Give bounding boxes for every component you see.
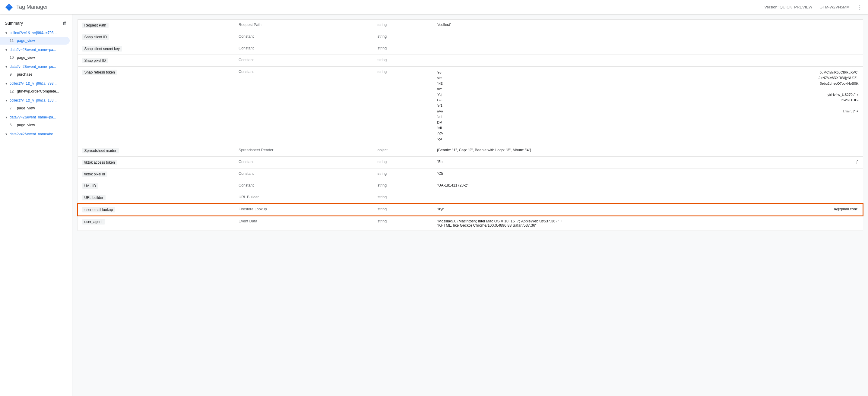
sidebar-item-page-view-7[interactable]: 7 page_view — [0, 104, 70, 112]
sidebar-group-header-7[interactable]: ▼ data?v=2&event_name=be... — [0, 130, 72, 138]
main-layout: Summary 🗑 ▼ collect?v=1&_v=j96&a=793... … — [0, 14, 868, 396]
logo-area: Tag Manager — [5, 3, 48, 11]
variable-value — [433, 31, 863, 43]
variable-type: URL Builder — [234, 192, 373, 204]
variable-data-type: string — [373, 204, 433, 216]
variable-value: "Mozilla/5.0 (Macintosh; Intel Mac OS X … — [433, 216, 863, 231]
value-right: a@gmail.com" — [834, 207, 858, 211]
variable-value: "UA-181411728-2" — [433, 180, 863, 192]
variable-type: Constant — [234, 157, 373, 168]
group2-label: data?v=2&event_name=pa... — [10, 47, 67, 52]
table-row: Request Path Request Path string "/colle… — [78, 20, 863, 31]
version-label: Version: QUICK_PREVIEW — [764, 5, 812, 9]
chevron-down-icon: ▼ — [5, 48, 8, 52]
variable-name-tag: user email lookup — [82, 207, 115, 212]
variable-value: "C5 — [433, 168, 863, 180]
table-row: user_agent Event Data string "Mozilla/5.… — [78, 216, 863, 231]
chevron-down-icon: ▼ — [5, 82, 8, 85]
sidebar-group-6: ▼ data?v=2&event_name=pa... 6 page_view — [0, 113, 72, 130]
item-label: purchase — [17, 72, 32, 76]
variable-value: "5b: ;" — [433, 157, 863, 168]
variables-table: Request Path Request Path string "/colle… — [77, 19, 863, 231]
sidebar-item-page-view-11[interactable]: 11 page_view — [0, 37, 70, 44]
sidebar-group-7: ▼ data?v=2&event_name=be... — [0, 130, 72, 139]
tag-manager-logo — [5, 3, 13, 11]
group3-label: data?v=2&event_name=pu... — [10, 65, 67, 69]
table-row: Snap pixel ID Constant string — [78, 55, 863, 67]
sidebar-group-3: ▼ data?v=2&event_name=pu... 9 purchase — [0, 62, 72, 79]
variable-type: Constant — [234, 67, 373, 145]
sidebar-group-5: ▼ collect?v=1&_v=j96&a=133... 7 page_vie… — [0, 96, 72, 113]
variable-value: "/collect" — [433, 20, 863, 31]
variable-type: Spreadsheet Reader — [234, 145, 373, 157]
item-number: 9 — [10, 72, 14, 76]
variable-name-tag: Snap client secret key — [82, 46, 122, 52]
variable-value: "iryn a@gmail.com" — [433, 204, 863, 216]
group6-label: data?v=2&event_name=pa... — [10, 115, 67, 119]
sidebar-item-page-view-10[interactable]: 10 page_view — [0, 54, 70, 62]
variable-data-type: string — [373, 180, 433, 192]
trash-icon[interactable]: 🗑 — [62, 21, 67, 26]
sidebar-group-header-1[interactable]: ▼ collect?v=1&_v=j96&a=793... — [0, 29, 72, 37]
sidebar-group-header-3[interactable]: ▼ data?v=2&event_name=pu... — [0, 63, 72, 70]
sidebar-item-gtm4wp-12[interactable]: 12 gtm4wp.orderComplete... — [0, 88, 70, 95]
table-row: Snap client secret key Constant string — [78, 43, 863, 55]
app-name: Tag Manager — [16, 4, 48, 10]
variable-type: Constant — [234, 168, 373, 180]
sidebar-group-2: ▼ data?v=2&event_name=pa... 10 page_view — [0, 45, 72, 62]
variable-name-tag: Snap pixel ID — [82, 58, 108, 63]
variable-value — [433, 43, 863, 55]
chevron-down-icon: ▼ — [5, 31, 8, 35]
sidebar-group-header-4[interactable]: ▼ collect?v=1&_v=j96&a=793... — [0, 79, 72, 88]
variable-type: Constant — [234, 31, 373, 43]
sidebar-title: Summary — [5, 21, 23, 26]
table-row: Snap client ID Constant string — [78, 31, 863, 43]
variable-name-tag: Snap refresh token — [82, 70, 117, 75]
variable-data-type: string — [373, 67, 433, 145]
app-header: Tag Manager Version: QUICK_PREVIEW GTM-W… — [0, 0, 868, 14]
more-menu-icon[interactable]: ⋮ — [857, 4, 863, 11]
sidebar-group-4: ▼ collect?v=1&_v=j96&a=793... 12 gtm4wp.… — [0, 79, 72, 96]
variable-type: Constant — [234, 55, 373, 67]
value-right: ;" — [856, 160, 859, 164]
sidebar: Summary 🗑 ▼ collect?v=1&_v=j96&a=793... … — [0, 14, 72, 396]
item-number: 6 — [10, 123, 14, 127]
sidebar-group-header-5[interactable]: ▼ collect?v=1&_v=j96&a=133... — [0, 96, 72, 104]
group5-label: collect?v=1&_v=j96&a=133... — [10, 98, 67, 102]
item-label: page_view — [17, 123, 35, 127]
item-number: 12 — [10, 89, 14, 93]
header-right: Version: QUICK_PREVIEW GTM-W2VN5MM ⋮ — [764, 4, 863, 11]
variable-name-tag: tiktok pixel id — [82, 171, 108, 177]
table-row: UA - ID Constant string "UA-181411728-2" — [78, 180, 863, 192]
variable-value: {Beanie: "1", Cap: "2", Beanie with Logo… — [433, 145, 863, 157]
sidebar-group-header-6[interactable]: ▼ data?v=2&event_name=pa... — [0, 113, 72, 121]
variable-name-tag: URL builder — [82, 195, 106, 200]
variable-name-tag: UA - ID — [82, 183, 99, 189]
variable-name-tag: Spreadsheet reader — [82, 148, 119, 154]
variable-name-tag: Snap client ID — [82, 34, 110, 40]
table-row-highlighted: user email lookup Firestore Lookup strin… — [78, 204, 863, 216]
variable-value — [433, 192, 863, 204]
value-left: "iryn — [437, 207, 444, 211]
variable-value — [433, 55, 863, 67]
item-label: gtm4wp.orderComplete... — [17, 89, 59, 93]
variable-data-type: object — [373, 145, 433, 157]
sidebar-item-purchase-9[interactable]: 9 purchase — [0, 70, 70, 78]
variable-data-type: string — [373, 216, 433, 231]
table-row: tiktok access token Constant string "5b:… — [78, 157, 863, 168]
table-row: Spreadsheet reader Spreadsheet Reader ob… — [78, 145, 863, 157]
sidebar-group-1: ▼ collect?v=1&_v=j96&a=793... 11 page_vi… — [0, 28, 72, 45]
variable-data-type: string — [373, 43, 433, 55]
variable-type: Constant — [234, 180, 373, 192]
item-label: page_view — [17, 56, 35, 60]
item-label: page_view — [17, 39, 35, 43]
token-value-right: 0uMClsInR5cCI6IkpXVCI JIrNZV.v8DXRWIjyNU… — [818, 70, 858, 142]
chevron-down-icon: ▼ — [5, 65, 8, 68]
sidebar-group-header-2[interactable]: ▼ data?v=2&event_name=pa... — [0, 46, 72, 54]
variable-type: Constant — [234, 43, 373, 55]
variable-type: Event Data — [234, 216, 373, 231]
group7-label: data?v=2&event_name=be... — [10, 132, 67, 136]
item-number: 10 — [10, 56, 14, 60]
chevron-down-icon: ▼ — [5, 99, 8, 102]
sidebar-item-page-view-6[interactable]: 6 page_view — [0, 121, 70, 129]
